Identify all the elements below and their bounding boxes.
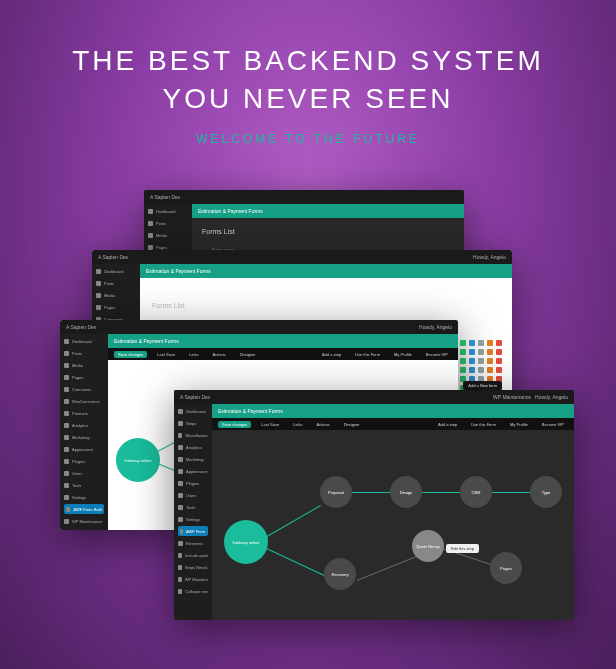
- lastsave-label: Last Save: [257, 421, 283, 428]
- use-form-button[interactable]: Use this Form: [467, 421, 500, 428]
- headline-line1: THE BEST BACKEND SYSTEM: [0, 42, 616, 80]
- wp-topbar: A Sapien Dev: [144, 190, 464, 204]
- sidebar-item-label[interactable]: Media: [156, 233, 167, 238]
- flow-node[interactable]: Recovery: [324, 558, 356, 590]
- sidebar-item-label[interactable]: WooCommerce: [72, 399, 100, 404]
- save-button[interactable]: Save changes: [218, 421, 251, 428]
- export-icon[interactable]: [487, 340, 493, 346]
- sidebar-item-label[interactable]: Posts: [104, 281, 114, 286]
- view-icon[interactable]: [478, 340, 484, 346]
- sidebar-item-label[interactable]: Plugins: [72, 459, 85, 464]
- sidebar-item-label[interactable]: Pages: [156, 245, 167, 250]
- add-step-button[interactable]: Add a step: [434, 421, 461, 428]
- edit-icon[interactable]: [460, 349, 466, 355]
- sidebar-item-label[interactable]: WP Maintenance: [185, 577, 208, 582]
- sidebar-item-label[interactable]: Posts: [156, 221, 166, 226]
- sidebar-item-label[interactable]: Media: [72, 363, 83, 368]
- sidebar-item-label[interactable]: AWF Form Builder: [73, 507, 102, 512]
- edit-step-tooltip[interactable]: Edit this step: [446, 544, 479, 553]
- topbar-user[interactable]: Howdy, Angelo: [535, 394, 568, 400]
- sidebar-item-label[interactable]: Pages: [104, 305, 115, 310]
- sidebar-item-label[interactable]: Analytics: [72, 423, 88, 428]
- export-icon[interactable]: [487, 358, 493, 364]
- designer-tab[interactable]: Designer: [340, 421, 364, 428]
- sidebar-item-label[interactable]: Plugins: [186, 481, 199, 486]
- delete-icon[interactable]: [496, 340, 502, 346]
- sidebar-item-label[interactable]: Media: [104, 293, 115, 298]
- actions-tab[interactable]: Actions: [313, 421, 334, 428]
- sidebar-item-label[interactable]: Users: [72, 471, 82, 476]
- save-button[interactable]: Save changes: [114, 351, 147, 358]
- sidebar-item-label[interactable]: Settings: [72, 495, 86, 500]
- sidebar-item-label[interactable]: Dashboard: [104, 269, 124, 274]
- subheader-title: Estimation & Payment Forms: [218, 408, 283, 414]
- flow-node-selected[interactable]: Quote Recap: [412, 530, 444, 562]
- links-tab[interactable]: Links: [185, 351, 202, 358]
- sidebar-item-label[interactable]: Dashboard: [186, 409, 206, 414]
- add-step-button[interactable]: Add a step: [318, 351, 345, 358]
- dup-icon[interactable]: [469, 358, 475, 364]
- sidebar-item-label[interactable]: WP Maintenance: [72, 519, 102, 524]
- sidebar-item-label[interactable]: Marketing: [72, 435, 90, 440]
- sidebar-item-label[interactable]: Pages: [72, 375, 83, 380]
- flow-node[interactable]: CMS: [460, 476, 492, 508]
- dup-icon[interactable]: [469, 367, 475, 373]
- flow-node[interactable]: Design: [390, 476, 422, 508]
- flow-node-start[interactable]: Intakeup online: [116, 438, 160, 482]
- sidebar-item-label[interactable]: Dashboard: [72, 339, 92, 344]
- sidebar-item-label[interactable]: Appearance: [186, 469, 208, 474]
- links-tab[interactable]: Links: [289, 421, 306, 428]
- profile-button[interactable]: My Profile: [506, 421, 532, 428]
- lastsave-label: Last Save: [153, 351, 179, 358]
- flow-node-start[interactable]: Intakeup online: [224, 520, 268, 564]
- export-icon[interactable]: [487, 367, 493, 373]
- sidebar-item-label[interactable]: Include options: [185, 553, 208, 558]
- screenshot-stage: A Sapien Dev Dashboard Posts Media Pages…: [0, 190, 616, 669]
- sidebar-item-label[interactable]: Steps: [186, 421, 196, 426]
- sidebar-item-label[interactable]: Marketing: [186, 457, 204, 462]
- sidebar-item-label[interactable]: AWF Form Builder: [186, 529, 206, 534]
- sidebar-item-label[interactable]: Elements: [186, 541, 203, 546]
- sidebar-item-label[interactable]: Settings: [186, 517, 200, 522]
- sidebar-item-label[interactable]: Posts: [72, 351, 82, 356]
- topbar-user[interactable]: Howdy, Angelo: [419, 324, 452, 330]
- flow-canvas[interactable]: Intakeup online Proposal Recovery Design…: [212, 430, 574, 620]
- vip-button[interactable]: Become VIP: [422, 351, 452, 358]
- delete-icon[interactable]: [496, 349, 502, 355]
- sidebar-item-label[interactable]: Dashboard: [156, 209, 176, 214]
- view-icon[interactable]: [478, 358, 484, 364]
- sidebar-item-label[interactable]: Users: [186, 493, 196, 498]
- sidebar-item-label[interactable]: Collapse menu: [185, 589, 208, 594]
- topbar-maintenance[interactable]: WP Maintenance: [493, 394, 531, 400]
- sidebar-item-label[interactable]: Appearance: [72, 447, 94, 452]
- sidebar-item-label[interactable]: Tools: [186, 505, 195, 510]
- delete-icon[interactable]: [496, 367, 502, 373]
- sidebar-item-label[interactable]: Miscellaneous: [185, 433, 208, 438]
- forms-list-title: Forms List: [202, 228, 454, 235]
- delete-icon[interactable]: [496, 358, 502, 364]
- sidebar-item-label[interactable]: Analytics: [186, 445, 202, 450]
- edit-icon[interactable]: [460, 367, 466, 373]
- edit-icon[interactable]: [460, 340, 466, 346]
- flow-node[interactable]: Pages: [490, 552, 522, 584]
- actions-tab[interactable]: Actions: [209, 351, 230, 358]
- export-icon[interactable]: [487, 349, 493, 355]
- add-form-button[interactable]: Add a New form: [463, 381, 502, 390]
- page-subheader: Estimation & Payment Forms: [140, 264, 512, 278]
- topbar-user[interactable]: Howdy, Angelo: [473, 254, 506, 260]
- use-form-button[interactable]: Use this Form: [351, 351, 384, 358]
- sidebar-item-label[interactable]: Tools: [72, 483, 81, 488]
- sidebar-item-label[interactable]: Products: [72, 411, 88, 416]
- view-icon[interactable]: [478, 349, 484, 355]
- view-icon[interactable]: [478, 367, 484, 373]
- sidebar-item-label[interactable]: Comments: [72, 387, 91, 392]
- flow-node[interactable]: Type: [530, 476, 562, 508]
- designer-tab[interactable]: Designer: [236, 351, 260, 358]
- edit-icon[interactable]: [460, 358, 466, 364]
- flow-node[interactable]: Proposal: [320, 476, 352, 508]
- sidebar-item-label[interactable]: Steps Revolution: [185, 565, 208, 570]
- profile-button[interactable]: My Profile: [390, 351, 416, 358]
- dup-icon[interactable]: [469, 340, 475, 346]
- dup-icon[interactable]: [469, 349, 475, 355]
- vip-button[interactable]: Become VIP: [538, 421, 568, 428]
